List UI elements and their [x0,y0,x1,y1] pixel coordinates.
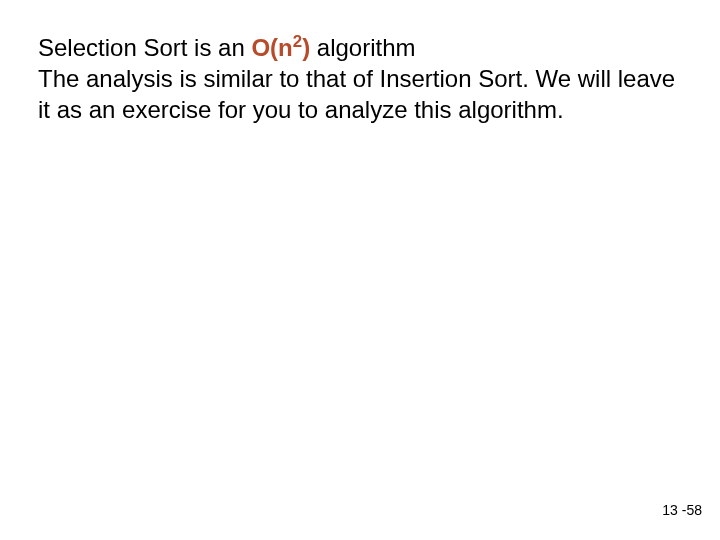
page-number: 13 -58 [662,502,702,518]
complexity-close: ) [302,34,310,61]
slide-content: Selection Sort is an O(n2) algorithm The… [0,0,720,126]
heading-prefix: Selection Sort is an [38,34,251,61]
complexity-open: O(n [251,34,292,61]
complexity-exponent: 2 [293,32,302,51]
body-paragraph: The analysis is similar to that of Inser… [38,63,682,125]
complexity-notation: O(n2) [251,34,310,61]
heading-line: Selection Sort is an O(n2) algorithm [38,32,682,63]
heading-suffix: algorithm [310,34,415,61]
